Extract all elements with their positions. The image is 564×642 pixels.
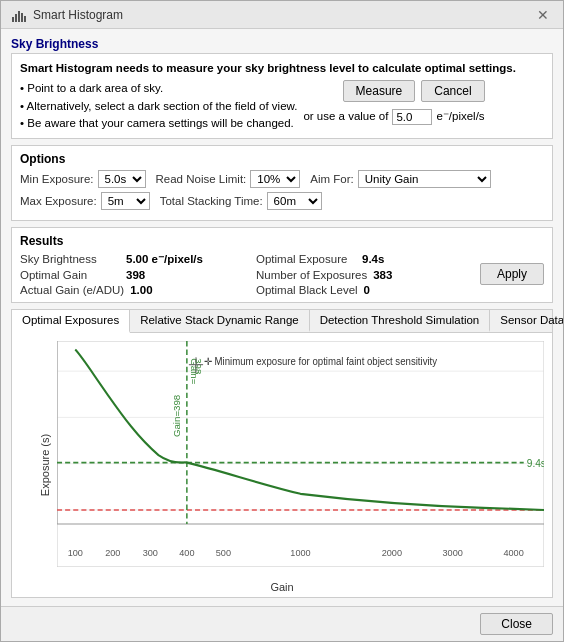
tab-optimal-exposures[interactable]: Optimal Exposures: [12, 310, 130, 333]
num-exposures-result-value: 383: [373, 269, 392, 281]
tabs-section: Optimal Exposures Relative Stack Dynamic…: [11, 309, 553, 598]
sky-brightness-result-value: 5.00 e⁻/pixel/s: [126, 252, 203, 266]
description-bold: Smart Histogram needs to measure your sk…: [20, 60, 544, 77]
window-close-button[interactable]: ✕: [533, 7, 553, 23]
use-value-label: or use a value of: [303, 108, 388, 125]
total-stacking-label: Total Stacking Time:: [160, 195, 263, 207]
window-title: Smart Histogram: [33, 8, 123, 22]
optimal-gain-result-label: Optimal Gain: [20, 269, 120, 281]
svg-rect-5: [57, 341, 544, 567]
measure-button[interactable]: Measure: [343, 80, 416, 102]
min-exposure-label: Min Exposure:: [20, 173, 94, 185]
optimal-exposure-result-label: Optimal Exposure: [256, 253, 356, 265]
num-exposures-result-label: Number of Exposures: [256, 269, 367, 281]
svg-text:300: 300: [143, 547, 158, 558]
desc-inner-row: • Point to a dark area of sky. • Alterna…: [20, 80, 544, 132]
read-noise-select[interactable]: 10% 5% 20%: [250, 170, 300, 188]
svg-text:400: 400: [179, 547, 194, 558]
max-exposure-select[interactable]: 5m 10m 2m: [101, 192, 150, 210]
measure-cancel-block: Measure Cancel or use a value of e⁻/pixe…: [303, 80, 484, 125]
actual-gain-result-value: 1.00: [130, 284, 152, 296]
cancel-button[interactable]: Cancel: [421, 80, 484, 102]
results-title: Results: [20, 234, 544, 248]
measure-cancel-row: Measure Cancel: [343, 80, 485, 102]
title-bar-left: Smart Histogram: [11, 7, 123, 23]
optimal-black-result: Optimal Black Level 0: [256, 284, 472, 296]
svg-rect-4: [24, 16, 26, 22]
apply-button[interactable]: Apply: [480, 263, 544, 285]
apply-btn-container: Apply: [480, 252, 544, 296]
optimal-black-result-value: 0: [364, 284, 370, 296]
sky-brightness-header: Sky Brightness: [11, 37, 553, 51]
use-value-input[interactable]: [392, 109, 432, 125]
chart-container: 5 10 15 20 100 200 300 400 500 1000 2000…: [57, 341, 544, 567]
num-exposures-result: Number of Exposures 383: [256, 269, 472, 281]
tabs-header: Optimal Exposures Relative Stack Dynamic…: [12, 310, 552, 333]
optimal-black-result-label: Optimal Black Level: [256, 284, 358, 296]
use-value-row: or use a value of e⁻/pixel/s: [303, 108, 484, 125]
main-window: Smart Histogram ✕ Sky Brightness Smart H…: [0, 0, 564, 642]
tab-detection-threshold[interactable]: Detection Threshold Simulation: [310, 310, 491, 332]
y-axis-label: Exposure (s): [39, 434, 51, 496]
svg-text:3000: 3000: [443, 547, 463, 558]
optimal-exposure-result: Optimal Exposure 9.4s: [256, 252, 472, 266]
sky-brightness-result: Sky Brightness 5.00 e⁻/pixel/s: [20, 252, 236, 266]
footer-bar: Close: [1, 606, 563, 641]
svg-rect-0: [12, 17, 14, 22]
results-section: Results Sky Brightness 5.00 e⁻/pixel/s O…: [11, 227, 553, 303]
min-exposure-group: Min Exposure: 5.0s 2.5s 1.0s: [20, 170, 146, 188]
max-exposure-group: Max Exposure: 5m 10m 2m: [20, 192, 150, 210]
svg-text:100: 100: [68, 547, 83, 558]
svg-text:500: 500: [216, 547, 231, 558]
total-stacking-group: Total Stacking Time: 60m 30m 120m: [160, 192, 322, 210]
aim-for-select[interactable]: Unity Gain Low Noise Max Dynamic Range: [358, 170, 491, 188]
options-row-1: Min Exposure: 5.0s 2.5s 1.0s Read Noise …: [20, 170, 544, 188]
options-row-2: Max Exposure: 5m 10m 2m Total Stacking T…: [20, 192, 544, 210]
svg-text:✛ Minimum exposure for optimal: ✛ Minimum exposure for optimal faint obj…: [204, 355, 437, 366]
desc-bullets: • Point to a dark area of sky. • Alterna…: [20, 80, 297, 132]
optimal-gain-result: Optimal Gain 398: [20, 269, 236, 281]
optimal-exposure-result-value: 9.4s: [362, 253, 384, 265]
results-body: Sky Brightness 5.00 e⁻/pixel/s Optimal E…: [20, 252, 544, 296]
tab-relative-stack[interactable]: Relative Stack Dynamic Range: [130, 310, 310, 332]
actual-gain-result-label: Actual Gain (e/ADU): [20, 284, 124, 296]
optimal-gain-result-value: 398: [126, 269, 145, 281]
close-button[interactable]: Close: [480, 613, 553, 635]
total-stacking-select[interactable]: 60m 30m 120m: [267, 192, 322, 210]
svg-text:4000: 4000: [503, 547, 523, 558]
read-noise-label: Read Noise Limit:: [156, 173, 247, 185]
x-axis-label: Gain: [270, 581, 293, 593]
aim-for-label: Aim For:: [310, 173, 353, 185]
bullet3: • Be aware that your camera settings wil…: [20, 115, 297, 132]
max-exposure-label: Max Exposure:: [20, 195, 97, 207]
svg-rect-3: [21, 13, 23, 22]
content-area: Sky Brightness Smart Histogram needs to …: [1, 29, 563, 606]
options-title: Options: [20, 152, 544, 166]
options-section: Options Min Exposure: 5.0s 2.5s 1.0s Rea…: [11, 145, 553, 221]
actual-gain-result: Actual Gain (e/ADU) 1.00: [20, 284, 236, 296]
bullet1: • Point to a dark area of sky.: [20, 80, 297, 97]
tab-sensor-data[interactable]: Sensor Data: [490, 310, 563, 332]
read-noise-group: Read Noise Limit: 10% 5% 20%: [156, 170, 301, 188]
bullet2: • Alternatively, select a dark section o…: [20, 98, 297, 115]
svg-rect-2: [18, 11, 20, 22]
min-exposure-select[interactable]: 5.0s 2.5s 1.0s: [98, 170, 146, 188]
description-box: Smart Histogram needs to measure your sk…: [11, 53, 553, 139]
title-bar: Smart Histogram ✕: [1, 1, 563, 29]
svg-text:2000: 2000: [382, 547, 402, 558]
svg-text:9.4s: 9.4s: [527, 458, 544, 469]
sky-brightness-section: Sky Brightness Smart Histogram needs to …: [11, 37, 553, 139]
aim-for-group: Aim For: Unity Gain Low Noise Max Dynami…: [310, 170, 490, 188]
app-icon: [11, 7, 27, 23]
chart-svg: 5 10 15 20 100 200 300 400 500 1000 2000…: [57, 341, 544, 567]
svg-rect-1: [15, 14, 17, 22]
use-value-unit: e⁻/pixel/s: [436, 108, 484, 125]
svg-text:398: 398: [193, 358, 204, 374]
svg-text:Gain=398: Gain=398: [171, 395, 182, 437]
results-grid: Sky Brightness 5.00 e⁻/pixel/s Optimal E…: [20, 252, 472, 296]
svg-text:200: 200: [105, 547, 120, 558]
sky-brightness-result-label: Sky Brightness: [20, 253, 120, 265]
svg-text:1000: 1000: [290, 547, 310, 558]
chart-area: Exposure (s) Gain 5 10: [12, 333, 552, 597]
